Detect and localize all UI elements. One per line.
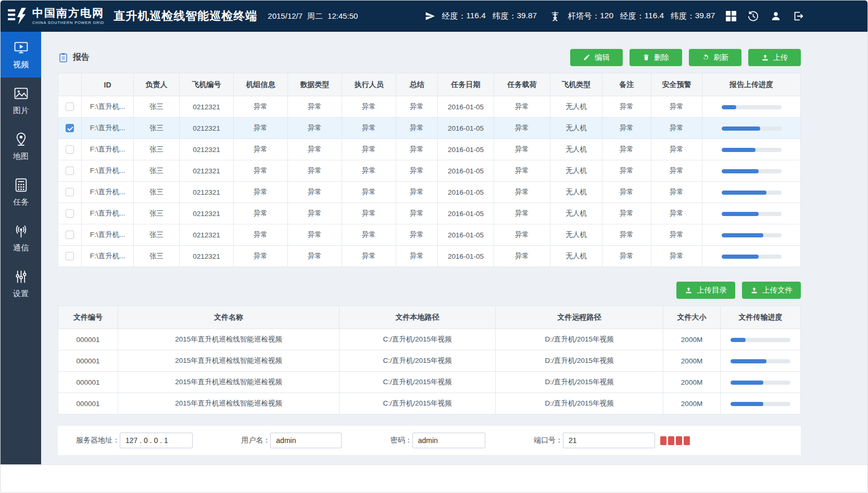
report-table-row[interactable]: F:\直升机...张三0212321异常异常异常异常2016-01-05异常无人… <box>58 182 801 203</box>
username-input[interactable] <box>270 433 342 448</box>
report-cell-id: F:\直升机... <box>82 96 134 118</box>
sidebar-item-pictures[interactable]: 图片 <box>1 78 41 123</box>
report-table-row[interactable]: F:\直升机...张三0212321异常异常异常异常2016-01-05异常无人… <box>58 160 801 182</box>
report-cell-id: F:\直升机... <box>82 182 134 203</box>
files-column-header: 文件编号 <box>58 306 118 329</box>
report-cell-remark: 异常 <box>602 182 651 203</box>
report-cell-crew: 异常 <box>234 118 288 139</box>
brand-subname: CHINA SOUTHERN POWER GRID <box>32 20 104 25</box>
refresh-button[interactable]: 刷新 <box>689 49 741 66</box>
row-checkbox[interactable] <box>66 252 74 260</box>
edit-button[interactable]: 编辑 <box>570 49 623 66</box>
report-table-row[interactable]: F:\直升机...张三0212321异常异常异常异常2016-01-05异常无人… <box>58 203 801 224</box>
report-table-row[interactable]: F:\直升机...张三0212321异常异常异常异常2016-01-05异常无人… <box>58 118 801 139</box>
report-cell-date: 2016-01-05 <box>438 139 494 160</box>
files-table-row[interactable]: 0000012015年直升机巡检线智能巡检视频C:/直升机/2015年视频D:/… <box>58 393 801 414</box>
report-cell-plane_no: 0212321 <box>180 118 234 139</box>
files-column-header: 文件名称 <box>118 306 339 329</box>
password-input[interactable] <box>412 433 485 448</box>
report-cell-owner: 张三 <box>134 182 180 203</box>
report-cell-remark: 异常 <box>602 203 651 224</box>
report-cell-remark: 异常 <box>602 246 651 267</box>
file-progress-bar <box>731 381 790 385</box>
row-checkbox[interactable] <box>66 124 74 132</box>
report-table-row[interactable]: F:\直升机...张三0212321异常异常异常异常2016-01-05异常无人… <box>58 139 801 160</box>
report-cell-id: F:\直升机... <box>82 203 134 224</box>
upload-directory-button[interactable]: 上传目录 <box>676 282 735 299</box>
files-cell-local: C:/直升机/2015年视频 <box>339 350 496 372</box>
user-icon <box>770 10 782 22</box>
sidebar-item-tasks[interactable]: 任务 <box>1 169 41 215</box>
report-cell-data_type: 异常 <box>288 139 342 160</box>
row-checkbox[interactable] <box>66 167 74 175</box>
files-cell-name: 2015年直升机巡检线智能巡检视频 <box>118 350 339 372</box>
topbar-action-icons <box>726 10 804 22</box>
report-cell-data_type: 异常 <box>288 246 342 267</box>
report-cell-owner: 张三 <box>134 139 180 160</box>
report-cell-plane_type: 无人机 <box>550 139 602 160</box>
report-table-row[interactable]: F:\直升机...张三0212321异常异常异常异常2016-01-05异常无人… <box>58 96 801 118</box>
delete-button[interactable]: 删除 <box>630 49 682 66</box>
sidebar-item-map[interactable]: 地图 <box>1 123 41 169</box>
row-checkbox[interactable] <box>66 188 74 196</box>
row-checkbox[interactable] <box>66 103 74 111</box>
exit-button[interactable] <box>792 10 804 22</box>
history-button[interactable] <box>747 10 759 22</box>
aircraft-longitude: 经度：116.4 <box>442 11 486 22</box>
report-cell-owner: 张三 <box>134 246 180 267</box>
port-input[interactable] <box>563 433 655 448</box>
upload-file-button[interactable]: 上传文件 <box>742 282 801 299</box>
row-checkbox[interactable] <box>66 145 74 154</box>
report-cell-data_type: 异常 <box>288 160 342 182</box>
tower-latitude: 纬度：39.87 <box>671 11 715 22</box>
report-column-header: 任务日期 <box>438 73 494 96</box>
files-table-row[interactable]: 0000012015年直升机巡检线智能巡检视频C:/直升机/2015年视频D:/… <box>58 329 801 350</box>
sidebar-item-label: 设置 <box>13 289 29 299</box>
row-checkbox[interactable] <box>66 209 74 218</box>
sidebar-item-settings[interactable]: 设置 <box>1 261 41 307</box>
report-cell-date: 2016-01-05 <box>438 182 494 203</box>
report-cell-id: F:\直升机... <box>82 160 134 182</box>
files-cell-remote: D:/直升机/2015年视频 <box>496 393 663 414</box>
delete-icon <box>643 54 650 61</box>
report-table-row[interactable]: F:\直升机...张三0212321异常异常异常异常2016-01-05异常无人… <box>58 224 801 246</box>
files-table-row[interactable]: 0000012015年直升机巡检线智能巡检视频C:/直升机/2015年视频D:/… <box>58 350 801 372</box>
app-title: 直升机巡检线智能巡检终端 <box>114 8 257 24</box>
report-cell-owner: 张三 <box>134 160 180 182</box>
report-cell-executor: 异常 <box>342 118 396 139</box>
report-cell-summary: 异常 <box>396 96 438 118</box>
row-checkbox[interactable] <box>66 231 74 239</box>
sidebar-item-video[interactable]: 视频 <box>1 32 41 78</box>
file-progress-bar <box>731 402 790 406</box>
files-cell-name: 2015年直升机巡检线智能巡检视频 <box>118 393 339 414</box>
sidebar-item-label: 通信 <box>13 243 29 253</box>
upload-icon <box>685 286 693 294</box>
date: 2015/12/7 <box>268 11 303 21</box>
report-progress-bar <box>722 148 782 152</box>
report-table-row[interactable]: F:\直升机...张三0212321异常异常异常异常2016-01-05异常无人… <box>58 246 801 267</box>
report-cell-executor: 异常 <box>342 203 396 224</box>
files-cell-no: 000001 <box>58 393 118 414</box>
button-label: 上传文件 <box>762 285 792 295</box>
user-button[interactable] <box>770 10 782 22</box>
report-cell-date: 2016-01-05 <box>438 246 494 267</box>
server-address-input[interactable] <box>120 433 193 448</box>
files-cell-no: 000001 <box>58 350 118 372</box>
sidebar-item-communication[interactable]: 通信 <box>1 215 41 261</box>
report-cell-payload: 异常 <box>494 96 550 118</box>
connection-indicator <box>676 436 682 445</box>
topbar-status: 经度：116.4 纬度：39.87 杆塔号：120 经度：116.4 纬度：39… <box>425 10 804 22</box>
report-progress-bar <box>722 233 782 237</box>
windows-icon[interactable] <box>726 11 737 22</box>
report-cell-payload: 异常 <box>494 160 550 182</box>
port-field: 端口号： <box>534 433 690 448</box>
report-cell-plane_type: 无人机 <box>550 96 602 118</box>
section-title: 报告 <box>73 52 90 63</box>
tower-position: 杆塔号：120 经度：116.4 纬度：39.87 <box>549 10 715 22</box>
connection-indicator <box>684 436 690 445</box>
files-table-row[interactable]: 0000012015年直升机巡检线智能巡检视频C:/直升机/2015年视频D:/… <box>58 372 801 393</box>
report-table-body: F:\直升机...张三0212321异常异常异常异常2016-01-05异常无人… <box>58 96 801 267</box>
upload-button[interactable]: 上传 <box>748 49 801 66</box>
button-label: 刷新 <box>714 53 729 62</box>
report-cell-summary: 异常 <box>396 139 438 160</box>
